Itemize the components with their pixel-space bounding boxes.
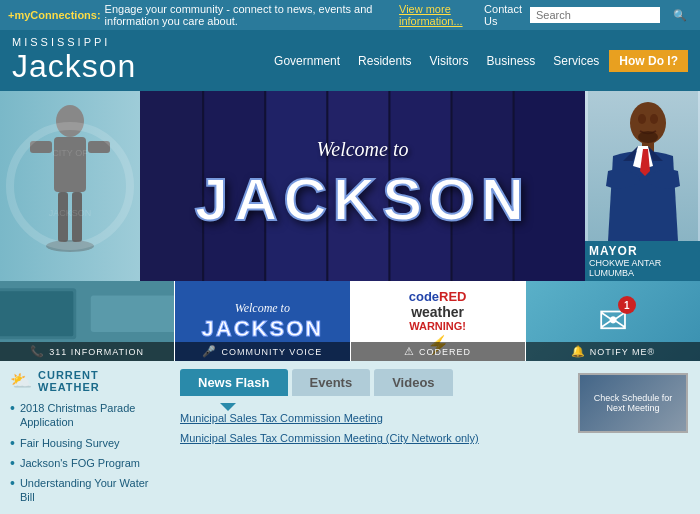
video-label: Check Schedule for Next Meeting xyxy=(584,393,682,413)
bell-icon: 🔔 xyxy=(571,345,586,358)
thumb-codered-label: ⚠ CODERED xyxy=(351,342,525,361)
video-thumbnail-image: Check Schedule for Next Meeting xyxy=(580,375,686,431)
nav-visitors[interactable]: Visitors xyxy=(421,50,476,72)
sidebar-link-item[interactable]: •Jackson's FOG Program xyxy=(10,456,160,470)
sidebar-link-text: Fair Housing Survey xyxy=(20,436,120,450)
sidebar-link-item[interactable]: •Fair Housing Survey xyxy=(10,436,160,450)
thumb-311[interactable]: 📞 311 INFORMATION xyxy=(0,281,175,361)
right-panel: Check Schedule for Next Meeting xyxy=(570,361,700,514)
mayor-image xyxy=(588,91,698,241)
search-input[interactable] xyxy=(530,7,660,23)
site-title: MISSISSIPPI Jackson xyxy=(12,36,136,85)
top-bar: +myConnections: Engage your community - … xyxy=(0,0,700,30)
tab-videos[interactable]: Videos xyxy=(374,369,452,396)
mayor-name: CHOKWE ANTAR LUMUMBA xyxy=(589,258,696,278)
news-item[interactable]: Municipal Sales Tax Commission Meeting xyxy=(180,411,560,426)
svg-text:CITY OF: CITY OF xyxy=(52,148,88,158)
statue-panel: CITY OF JACKSON xyxy=(0,91,140,281)
news-item[interactable]: Municipal Sales Tax Commission Meeting (… xyxy=(180,431,560,446)
top-bar-right: Contact Us 🔍 xyxy=(484,3,692,27)
thumb-voice-text: COMMUNITY VOICE xyxy=(221,347,322,357)
sidebar-link-text: 2018 Christmas Parade Application xyxy=(20,401,160,430)
svg-rect-27 xyxy=(0,291,73,336)
nav-residents[interactable]: Residents xyxy=(350,50,419,72)
contact-us-link[interactable]: Contact Us xyxy=(484,3,522,27)
svg-rect-11 xyxy=(140,91,202,281)
tab-news[interactable]: News Flash xyxy=(180,369,288,396)
weather-label: CURRENT WEATHER xyxy=(38,369,160,393)
codered-weather-text: weather xyxy=(411,304,464,320)
nav-government[interactable]: Government xyxy=(266,50,348,72)
svg-point-7 xyxy=(10,126,130,246)
site-header: MISSISSIPPI Jackson Government Residents… xyxy=(0,30,700,91)
mayor-title: MAYOR xyxy=(589,244,696,258)
sidebar-bullet: • xyxy=(10,401,15,415)
weather-header: ⛅ CURRENT WEATHER xyxy=(10,369,160,393)
main-nav: Government Residents Visitors Business S… xyxy=(266,50,688,72)
svg-text:JACKSON: JACKSON xyxy=(49,208,92,218)
search-button[interactable]: 🔍 xyxy=(668,7,692,24)
city-name: Jackson xyxy=(12,48,136,85)
connections-bar: +myConnections: Engage your community - … xyxy=(8,3,484,27)
codered-warning-text: WARNING! xyxy=(409,320,466,332)
connections-text: Engage your community - connect to news,… xyxy=(105,3,395,27)
thumb-codered[interactable]: codeRED weather WARNING! ⚡ ⚠ CODERED xyxy=(351,281,526,361)
hero-section: CITY OF JACKSON Welcome to JACKSON xyxy=(0,91,700,281)
thumbnail-row: 📞 311 INFORMATION Welcome to JACKSON 🎤 C… xyxy=(0,281,700,361)
sidebar-links: •2018 Christmas Parade Application•Fair … xyxy=(10,401,160,514)
phone-icon: 📞 xyxy=(30,345,45,358)
content-area: News Flash Events Videos Municipal Sales… xyxy=(170,361,570,514)
sidebar-link-item[interactable]: •Understanding Your Water Bill xyxy=(10,476,160,505)
sidebar: ⛅ CURRENT WEATHER •2018 Christmas Parade… xyxy=(0,361,170,514)
nav-services[interactable]: Services xyxy=(545,50,607,72)
sidebar-bullet: • xyxy=(10,476,15,490)
mic-icon: 🎤 xyxy=(202,345,217,358)
svg-rect-26 xyxy=(91,296,174,332)
hero-welcome: Welcome to JACKSON xyxy=(195,138,530,234)
tab-indicator xyxy=(220,403,236,411)
thumb-notify[interactable]: ✉ 1 🔔 NOTIFY ME® xyxy=(526,281,700,361)
hero-banner: Welcome to JACKSON xyxy=(140,91,585,281)
main-content: ⛅ CURRENT WEATHER •2018 Christmas Parade… xyxy=(0,361,700,514)
hero-image: Welcome to JACKSON xyxy=(140,91,585,281)
thumb-311-text: 311 INFORMATION xyxy=(49,347,144,357)
hero-city-text: JACKSON xyxy=(195,165,530,234)
tabs-row: News Flash Events Videos xyxy=(180,369,560,396)
thumb-voice-label: 🎤 COMMUNITY VOICE xyxy=(175,342,349,361)
thumb-notify-label: 🔔 NOTIFY ME® xyxy=(526,342,700,361)
state-name: MISSISSIPPI xyxy=(12,36,136,48)
view-more-link[interactable]: View more information... xyxy=(399,3,484,27)
welcome-text: Welcome to xyxy=(195,138,530,161)
connections-label: +myConnections: xyxy=(8,9,101,21)
thumb-notify-text: NOTIFY ME® xyxy=(590,347,655,357)
mayor-panel: MAYOR CHOKWE ANTAR LUMUMBA xyxy=(585,91,700,281)
thumb-codered-text: CODERED xyxy=(419,347,471,357)
sidebar-bullet: • xyxy=(10,436,15,450)
sidebar-link-item[interactable]: •2018 Christmas Parade Application xyxy=(10,401,160,430)
svg-point-21 xyxy=(638,114,646,124)
mayor-label: MAYOR CHOKWE ANTAR LUMUMBA xyxy=(585,241,700,281)
thumb-voice[interactable]: Welcome to JACKSON 🎤 COMMUNITY VOICE xyxy=(175,281,350,361)
news-list: Municipal Sales Tax Commission MeetingMu… xyxy=(180,411,560,447)
nav-business[interactable]: Business xyxy=(479,50,544,72)
nav-how-do-i[interactable]: How Do I? xyxy=(609,50,688,72)
notify-badge: 1 xyxy=(618,296,636,314)
svg-point-22 xyxy=(650,114,658,124)
sidebar-bullet: • xyxy=(10,456,15,470)
sidebar-link-text: Understanding Your Water Bill xyxy=(20,476,160,505)
video-thumbnail[interactable]: Check Schedule for Next Meeting xyxy=(578,373,688,433)
thumb-311-label: 📞 311 INFORMATION xyxy=(0,342,174,361)
weather-icon: ⛅ xyxy=(10,370,33,392)
tab-events[interactable]: Events xyxy=(292,369,371,396)
sidebar-link-text: Jackson's FOG Program xyxy=(20,456,140,470)
alert-icon: ⚠ xyxy=(404,345,415,358)
svg-point-23 xyxy=(638,131,658,143)
envelope-wrap: ✉ 1 xyxy=(598,300,628,342)
codered-logo: codeRED xyxy=(409,289,467,304)
mayor-figure xyxy=(585,91,700,241)
